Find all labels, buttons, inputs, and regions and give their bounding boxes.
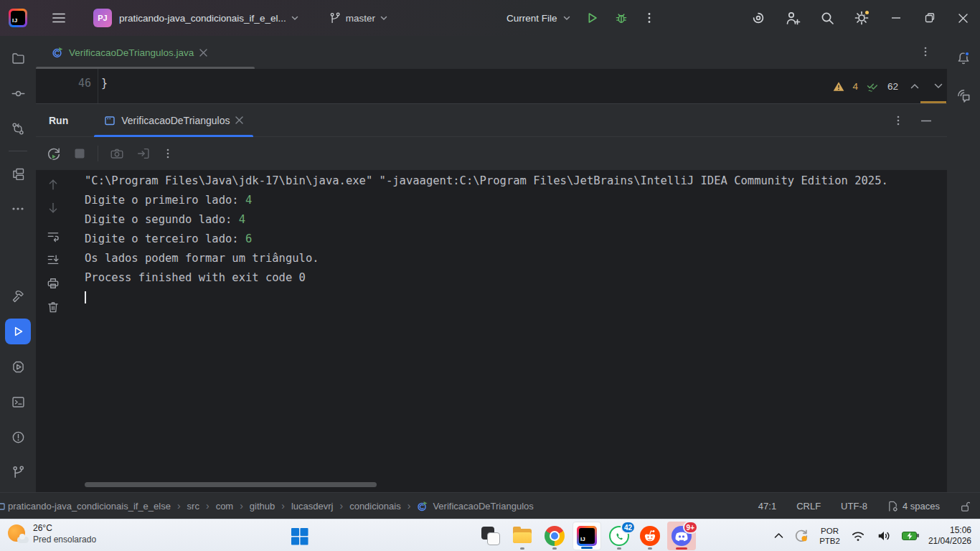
next-problem-button[interactable] [934, 83, 943, 89]
minimize-window-button[interactable] [879, 0, 913, 36]
breadcrumb-item[interactable]: github [250, 501, 275, 512]
sidebar-item-more-tools[interactable] [5, 196, 31, 222]
windows-logo-icon [291, 527, 308, 545]
chrome-button[interactable] [540, 522, 569, 550]
inspections-widget[interactable]: 4 62 [833, 76, 943, 96]
hide-panel-button[interactable] [921, 120, 931, 122]
thread-dump-button[interactable] [109, 146, 125, 161]
breadcrumb-item[interactable]: condicionais [349, 501, 401, 512]
run-panel-options-button[interactable] [892, 115, 904, 126]
print-button[interactable] [46, 276, 60, 291]
tab-list-more-button[interactable] [920, 46, 931, 57]
search-everywhere-button[interactable] [810, 0, 844, 36]
vcs-branch-widget[interactable]: master [329, 11, 387, 25]
sidebar-item-version-control[interactable] [5, 459, 31, 485]
previous-problem-button[interactable] [910, 83, 919, 89]
whatsapp-button[interactable]: 42 [605, 522, 633, 550]
weather-sun-icon [7, 524, 27, 544]
notifications-button[interactable] [951, 45, 976, 71]
caret-position-widget[interactable]: 47:1 [758, 501, 776, 512]
attention-indicator [676, 547, 687, 550]
chevron-right-icon: › [281, 500, 285, 512]
discord-button[interactable]: 9+ [667, 522, 696, 550]
status-bar: praticando-java_condicionais_if_e_else›s… [0, 492, 980, 519]
scroll-to-end-button[interactable] [46, 253, 60, 267]
sidebar-item-build[interactable] [5, 283, 31, 309]
soft-wrap-button[interactable] [46, 229, 60, 243]
resolved-count: 62 [887, 81, 898, 92]
intellij-icon: IJ [577, 526, 597, 546]
sidebar-item-services[interactable] [5, 354, 31, 380]
sync-icon [793, 528, 809, 544]
console-user-input: 4 [245, 194, 252, 207]
sidebar-item-project[interactable] [5, 45, 31, 71]
rerun-button[interactable] [46, 146, 62, 161]
run-configuration-selector[interactable]: Current File [507, 13, 570, 24]
scroll-down-button[interactable] [46, 201, 60, 215]
sidebar-item-problems[interactable] [5, 424, 31, 450]
code-with-me-button[interactable] [776, 0, 810, 36]
task-view-button[interactable] [476, 522, 505, 550]
attach-console-button[interactable] [136, 146, 151, 161]
sync-status-button[interactable] [788, 522, 814, 550]
sidebar-item-terminal[interactable] [5, 389, 31, 415]
more-options-button[interactable] [643, 11, 656, 24]
console-horizontal-scrollbar[interactable] [85, 482, 377, 487]
editor[interactable]: 46 } [36, 69, 947, 103]
close-tab-icon[interactable] [235, 116, 243, 124]
indent-widget[interactable]: 4 spaces [887, 501, 940, 512]
chevron-right-icon: › [240, 500, 243, 512]
network-button[interactable] [845, 522, 871, 550]
sidebar-item-commit[interactable] [5, 80, 31, 106]
clear-console-button[interactable] [46, 300, 60, 314]
stop-button[interactable] [72, 146, 87, 161]
speaker-icon [876, 529, 892, 543]
sidebar-item-run[interactable] [5, 319, 31, 344]
unlock-icon[interactable] [960, 501, 970, 512]
debug-button[interactable] [613, 10, 629, 26]
breadcrumb-item[interactable]: com [216, 501, 234, 512]
line-separator-widget[interactable]: CRLF [796, 501, 821, 512]
intellij-taskbar-button[interactable]: IJ [573, 522, 601, 550]
structure-icon [11, 166, 26, 182]
run-button[interactable] [584, 10, 600, 26]
encoding-widget[interactable]: UTF-8 [841, 501, 867, 512]
project-badge[interactable]: PJ [93, 9, 112, 27]
breadcrumb-item[interactable]: lucasdevrj [291, 501, 334, 512]
breadcrumb-file[interactable]: VerificacaoDeTriangulos [417, 501, 533, 512]
start-button[interactable] [285, 522, 314, 550]
more-horizontal-icon [11, 207, 24, 211]
settings-button[interactable] [844, 0, 879, 36]
title-bar: IJ PJ praticando-java_condicionais_if_e_… [0, 0, 980, 36]
keyboard-layout-button[interactable]: POR PTB2 [814, 522, 845, 550]
ai-chat-button[interactable] [951, 83, 976, 108]
ai-assistant-button[interactable] [741, 0, 776, 36]
main-menu-button[interactable] [46, 5, 72, 31]
toolbar-more-button[interactable] [162, 148, 174, 159]
weather-widget[interactable]: 26°C Pred ensolarado [7, 522, 96, 545]
scroll-up-button[interactable] [46, 177, 60, 192]
tray-overflow-button[interactable] [769, 522, 788, 550]
editor-tab[interactable]: VerificacaoDeTriangulos.java [44, 36, 215, 69]
project-name[interactable]: praticando-java_condicionais_if_e_el... [119, 13, 286, 24]
intellij-logo-text: IJ [11, 11, 25, 25]
task-view-icon [481, 527, 500, 545]
run-console[interactable]: "C:\Program Files\Java\jdk-17\bin\java.e… [70, 170, 947, 492]
file-explorer-button[interactable] [508, 522, 537, 550]
close-tab-icon[interactable] [199, 49, 207, 57]
battery-button[interactable] [897, 522, 924, 550]
bell-icon [956, 50, 971, 66]
restore-window-button[interactable] [913, 0, 946, 36]
breadcrumb-item[interactable]: src [187, 501, 199, 512]
breadcrumb-item[interactable]: praticando-java_condicionais_if_e_else [8, 501, 171, 512]
sidebar-item-pull-requests[interactable] [5, 116, 31, 141]
run-console-tab[interactable]: VerificacaoDeTriangulos [94, 104, 253, 137]
clock-widget[interactable]: 15:06 21/04/2026 [928, 525, 971, 547]
intellij-logo: IJ [9, 9, 27, 27]
reddit-button[interactable] [636, 522, 664, 550]
sidebar-item-structure[interactable] [5, 161, 31, 187]
terminal-icon [11, 395, 26, 410]
close-window-button[interactable] [946, 0, 980, 36]
run-toolbar [36, 137, 947, 170]
volume-button[interactable] [871, 522, 897, 550]
